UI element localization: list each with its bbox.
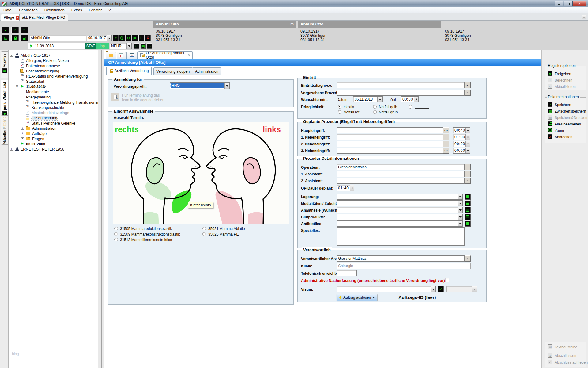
chevron-down-icon[interactable] xyxy=(458,207,462,213)
tree-item[interactable]: Masterberichtsvorlage xyxy=(9,110,98,116)
chevron-down-icon[interactable] xyxy=(458,221,462,226)
tree-item[interactable]: ERNETEST PETER 1956 xyxy=(9,147,98,152)
nebeneingriff2-input[interactable] xyxy=(337,141,443,147)
doctab-op-anmeldung[interactable]: OP Anmeldung [Abbühl Otto] xyxy=(138,51,193,59)
close-button[interactable] xyxy=(573,1,586,6)
eintrittsdiagnose-input[interactable] xyxy=(337,82,465,88)
document-icon-button[interactable] xyxy=(2,35,9,41)
abbrechen-button[interactable]: Abbrechen xyxy=(555,135,572,139)
case-date-field[interactable]: 11.09.2013 xyxy=(28,43,85,49)
op-dauer-spinner[interactable]: 01:40 xyxy=(337,185,354,191)
chevron-down-icon[interactable] xyxy=(107,35,111,41)
menu-definitionen[interactable]: Definitionen xyxy=(44,8,65,12)
radio-notfall-gelb[interactable] xyxy=(373,105,377,109)
minimize-button[interactable] xyxy=(555,1,564,6)
modalitaeten-combo[interactable] xyxy=(337,200,463,206)
tree-expander[interactable] xyxy=(21,127,24,130)
radio-other[interactable] xyxy=(409,105,412,109)
patient-search-input[interactable]: Abbühl Otto xyxy=(29,35,86,41)
home-icon-button[interactable] xyxy=(11,27,19,33)
menu-fenster[interactable]: Fenster xyxy=(89,8,102,12)
sidetab-pers-watch-list[interactable]: pers. Watch List xyxy=(1,80,8,113)
tree-item[interactable]: Krankengeschichte xyxy=(9,105,98,110)
radio-31509[interactable] xyxy=(114,232,118,236)
tree-expander[interactable] xyxy=(21,137,24,140)
operateur-input[interactable]: Giessler Matthias xyxy=(337,164,465,170)
bed-icon-button[interactable] xyxy=(138,35,144,41)
close-doctab-icon[interactable] xyxy=(188,53,190,57)
doctab-chart[interactable] xyxy=(117,52,126,59)
cancel-icon-button[interactable] xyxy=(145,35,151,41)
nebeneingriff2-browse-button[interactable] xyxy=(443,141,449,147)
blutprodukte-combo[interactable] xyxy=(337,214,463,220)
radio-elektiv[interactable] xyxy=(338,105,341,109)
spezielles-textarea[interactable] xyxy=(337,227,465,246)
tree-item-op-anmeldung[interactable]: OP Anmeldung xyxy=(9,116,98,121)
tree-item[interactable]: 11.09.2013- xyxy=(9,84,98,90)
assistent2-input[interactable] xyxy=(337,178,465,184)
chevron-down-icon[interactable] xyxy=(458,194,462,199)
antibiotika-combo[interactable] xyxy=(337,220,463,227)
tree-expander[interactable] xyxy=(16,85,18,88)
tree-expander[interactable] xyxy=(10,54,13,57)
freigeben-button[interactable]: Freigeben xyxy=(555,72,571,76)
anaesthesie-combo[interactable] xyxy=(337,207,463,213)
doctab-folder[interactable] xyxy=(106,52,116,59)
tree-item[interactable]: 03.01.2008- xyxy=(9,142,98,147)
chevron-down-icon[interactable] xyxy=(431,286,435,292)
clock-icon-button[interactable] xyxy=(126,35,131,41)
doctab-medbox[interactable] xyxy=(126,52,138,59)
eintrittsdiagnose-browse-button[interactable] xyxy=(465,82,471,88)
tree-item[interactable]: Patientenverfügung xyxy=(9,69,98,74)
tree-item[interactable]: Administration xyxy=(9,126,98,131)
tree-item[interactable]: Status Periphere Gelenke xyxy=(9,121,98,126)
telefon-input[interactable] xyxy=(337,270,357,276)
tree-item[interactable]: Patientenanamnese xyxy=(9,63,98,69)
menu-bearbeiten[interactable]: Bearbeiten xyxy=(19,8,37,12)
visum-confirm-button[interactable] xyxy=(438,286,444,292)
tree-expander[interactable] xyxy=(10,148,13,151)
haupteingriff-browse-button[interactable] xyxy=(443,127,449,133)
vorgesehene-prozedur-input[interactable] xyxy=(337,90,465,96)
formtab-administration[interactable]: Administration xyxy=(192,67,221,75)
menu-datei[interactable]: Datei xyxy=(3,8,12,12)
sidetab-auswahl[interactable]: Auswahl xyxy=(1,51,8,78)
forward-icon-button[interactable] xyxy=(147,43,152,49)
verordnungsprofil-combo[interactable]: HNO xyxy=(170,82,230,89)
nebeneingriff3-browse-button[interactable] xyxy=(443,148,449,154)
tab-overflow-chevron[interactable] xyxy=(582,15,586,19)
list-icon-button[interactable] xyxy=(465,220,471,227)
menu-help[interactable]: ? xyxy=(109,8,111,12)
nebeneingriff3-input[interactable] xyxy=(337,148,443,154)
search-icon-button[interactable] xyxy=(119,35,125,41)
department-combo[interactable]: NEUR xyxy=(110,43,132,49)
tree-expander[interactable] xyxy=(16,143,18,145)
chevron-down-icon[interactable] xyxy=(224,83,229,89)
tree-expander[interactable] xyxy=(21,132,24,135)
arzt-input[interactable]: Giessler Matthias xyxy=(337,255,465,262)
radio-31513[interactable] xyxy=(114,238,118,241)
nebeneingriff1-input[interactable] xyxy=(337,134,443,140)
report-icon-button[interactable] xyxy=(141,43,146,49)
lock-icon-button[interactable] xyxy=(11,35,19,41)
tree-item[interactable]: Haemovigilance Meldung Transfusionsreakt… xyxy=(9,100,98,105)
sidetab-aktueller-patient[interactable]: Aktueller Patient xyxy=(1,115,8,145)
tree-item[interactable]: Pflegeplanung xyxy=(9,95,98,100)
agenda-drag-icon[interactable] xyxy=(111,93,119,101)
formtab-verordnung-stoppen[interactable]: Verordnung stoppen xyxy=(153,67,193,75)
auftrag-ausloesen-button[interactable]: Auftrag auslösen xyxy=(337,294,377,301)
arzt-browse-button[interactable] xyxy=(465,255,471,262)
back-arrows-icon-button[interactable] xyxy=(113,35,119,41)
assistent1-browse-button[interactable] xyxy=(465,171,471,177)
tree-item[interactable]: Allergien, Risiken, Noxen xyxy=(9,58,98,63)
chevron-down-icon[interactable] xyxy=(458,201,462,206)
nacherfassung-checkbox[interactable] xyxy=(445,278,449,282)
list-icon-button[interactable] xyxy=(465,200,471,206)
radio-35021[interactable] xyxy=(202,227,206,230)
maximize-button[interactable] xyxy=(564,1,573,6)
nebeneingriff3-time-spinner[interactable]: 00:00 xyxy=(453,148,470,154)
tree-item[interactable]: Fragen xyxy=(9,136,98,142)
list-icon-button[interactable] xyxy=(465,194,471,200)
haupteingriff-time-spinner[interactable]: 00:40 xyxy=(453,127,470,133)
radio-notfall-gruen[interactable] xyxy=(373,110,377,114)
